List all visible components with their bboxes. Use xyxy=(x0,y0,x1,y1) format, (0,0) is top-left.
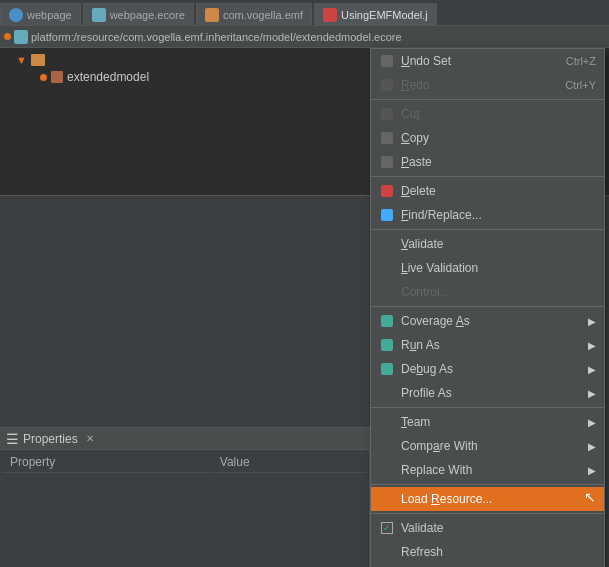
menu-item-paste[interactable]: Paste xyxy=(371,150,604,174)
redo-icon xyxy=(379,77,395,93)
cursor-pointer-icon: ↖ xyxy=(584,489,596,505)
menu-separator-3 xyxy=(371,229,604,230)
menu-item-coverage-as[interactable]: Coverage As ▶ xyxy=(371,309,604,333)
breadcrumb-path[interactable]: platform:/resource/com.vogella.emf.inher… xyxy=(31,31,402,43)
menu-item-load-resource[interactable]: Load Resource... ↖ xyxy=(371,487,604,511)
menu-item-replace-with[interactable]: Replace With ▶ xyxy=(371,458,604,482)
load-resource-icon xyxy=(379,491,395,507)
submenu-arrow: ▶ xyxy=(588,417,596,428)
emf-icon xyxy=(205,8,219,22)
submenu-arrow: ▶ xyxy=(588,441,596,452)
menu-item-run-as[interactable]: Run As ▶ xyxy=(371,333,604,357)
properties-header: ☰ Properties ✕ xyxy=(0,428,369,450)
paste-icon xyxy=(379,154,395,170)
menu-item-live-validation[interactable]: Live Validation xyxy=(371,256,604,280)
delete-icon xyxy=(379,183,395,199)
java-icon xyxy=(323,8,337,22)
menu-item-refresh[interactable]: Refresh xyxy=(371,540,604,564)
property-col-header: Property xyxy=(2,452,210,473)
debug-as-icon xyxy=(379,361,395,377)
breadcrumb-bar: platform:/resource/com.vogella.emf.inher… xyxy=(0,26,609,48)
earth-icon xyxy=(9,8,23,22)
menu-separator-4 xyxy=(371,306,604,307)
live-validation-icon xyxy=(379,260,395,276)
menu-item-team[interactable]: Team ▶ xyxy=(371,410,604,434)
submenu-arrow: ▶ xyxy=(588,316,596,327)
tab-usingEMFModel[interactable]: UsingEMFModel.j xyxy=(314,3,437,25)
properties-panel: ☰ Properties ✕ Property Value xyxy=(0,427,370,567)
copy-icon xyxy=(379,130,395,146)
orange-dot-icon xyxy=(4,33,11,40)
cut-icon xyxy=(379,106,395,122)
menu-item-validate2[interactable]: ✓ Validate xyxy=(371,516,604,540)
properties-close-button[interactable]: ✕ xyxy=(86,433,94,444)
menu-separator-1 xyxy=(371,99,604,100)
menu-item-debug-as[interactable]: Debug As ▶ xyxy=(371,357,604,381)
tab-bar: webpage webpage.ecore com.vogella.emf Us… xyxy=(0,0,609,26)
value-col-header: Value xyxy=(212,452,367,473)
submenu-arrow: ▶ xyxy=(588,340,596,351)
run-as-icon xyxy=(379,337,395,353)
menu-separator-5 xyxy=(371,407,604,408)
tree-model-icon xyxy=(51,71,63,83)
context-menu: Undo Set Ctrl+Z Redo Ctrl+Y Cut Copy Pas… xyxy=(370,48,605,567)
tab-com-vogella-emf[interactable]: com.vogella.emf xyxy=(196,3,312,25)
tree-model-dot-icon xyxy=(40,74,47,81)
properties-list-icon: ☰ xyxy=(6,431,19,447)
menu-item-delete[interactable]: Delete xyxy=(371,179,604,203)
menu-item-control: Control... xyxy=(371,280,604,304)
validate2-checkbox-icon: ✓ xyxy=(379,520,395,536)
submenu-arrow: ▶ xyxy=(588,364,596,375)
menu-item-find-replace[interactable]: Find/Replace... xyxy=(371,203,604,227)
coverage-as-icon xyxy=(379,313,395,329)
undo-icon xyxy=(379,53,395,69)
team-icon xyxy=(379,414,395,430)
properties-title: Properties xyxy=(23,432,78,446)
submenu-arrow: ▶ xyxy=(588,388,596,399)
properties-table: Property Value xyxy=(0,450,369,475)
menu-item-redo: Redo Ctrl+Y xyxy=(371,73,604,97)
menu-item-profile-as[interactable]: Profile As ▶ xyxy=(371,381,604,405)
menu-separator-7 xyxy=(371,513,604,514)
tree-expand-icon[interactable]: ▼ xyxy=(16,54,27,66)
menu-item-cut: Cut xyxy=(371,102,604,126)
breadcrumb-ecore-icon xyxy=(14,30,28,44)
validate-icon xyxy=(379,236,395,252)
menu-separator-2 xyxy=(371,176,604,177)
menu-separator-6 xyxy=(371,484,604,485)
find-replace-icon xyxy=(379,207,395,223)
compare-with-icon xyxy=(379,438,395,454)
replace-with-icon xyxy=(379,462,395,478)
menu-item-compare-with[interactable]: Compare With ▶ xyxy=(371,434,604,458)
menu-item-validate[interactable]: Validate xyxy=(371,232,604,256)
control-icon xyxy=(379,284,395,300)
menu-item-copy[interactable]: Copy xyxy=(371,126,604,150)
tree-folder-icon xyxy=(31,54,45,66)
refresh-icon xyxy=(379,544,395,560)
tab-webpage-ecore[interactable]: webpage.ecore xyxy=(83,3,194,25)
profile-as-icon xyxy=(379,385,395,401)
tree-item-label: extendedmodel xyxy=(67,70,149,84)
ecore-icon xyxy=(92,8,106,22)
tab-webpage[interactable]: webpage xyxy=(0,3,81,25)
submenu-arrow: ▶ xyxy=(588,465,596,476)
menu-item-undo-set[interactable]: Undo Set Ctrl+Z xyxy=(371,49,604,73)
